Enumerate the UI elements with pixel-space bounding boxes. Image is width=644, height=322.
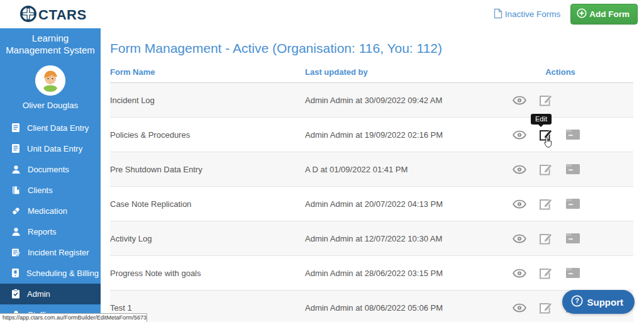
actions-cell <box>513 265 633 280</box>
edit-icon[interactable] <box>538 265 553 280</box>
table-row: Activity LogAdmin Admin at 12/07/2022 10… <box>110 221 633 256</box>
sidebar-item-medication[interactable]: Medication <box>0 201 101 221</box>
edit-icon[interactable] <box>538 127 553 142</box>
table-row: Test 1Admin Admin at 08/06/2022 05:06 PM <box>110 291 633 322</box>
archive-icon[interactable] <box>565 164 580 175</box>
actions-cell <box>513 196 633 211</box>
edit-icon[interactable] <box>538 231 553 246</box>
col-form-name: Form Name <box>110 67 305 77</box>
plus-circle-icon <box>577 8 587 20</box>
sidebar-item-documents[interactable]: Documents <box>0 159 101 180</box>
sidebar-item-admin[interactable]: Admin <box>0 284 101 304</box>
inactive-forms-label: Inactive Forms <box>505 9 561 19</box>
tablet-icon <box>11 268 19 278</box>
archive-icon[interactable] <box>565 129 580 140</box>
table-body: Incident LogAdmin Admin at 30/09/2022 09… <box>110 83 633 322</box>
avatar[interactable] <box>35 65 65 96</box>
sidebar-item-reports[interactable]: Reports <box>0 221 101 242</box>
sidebar-item-clients[interactable]: Clients <box>0 180 101 201</box>
actions-cell: Edit <box>513 127 633 142</box>
sidebar-title: Learning Management System <box>0 28 101 60</box>
table-header: Form Name Last updated by Actions <box>110 67 633 83</box>
sidebar-item-label: Unit Data Entry <box>27 144 82 153</box>
support-label: Support <box>587 297 624 308</box>
archive-icon[interactable] <box>565 267 580 279</box>
sidebar-item-label: Client Data Entry <box>27 123 89 133</box>
document-lines-icon <box>11 123 20 133</box>
table-row: Progress Note with goalsAdmin Admin at 2… <box>110 256 633 291</box>
page-icon <box>494 8 502 21</box>
sidebar-item-label: Medication <box>28 206 67 216</box>
sidebar-item-label: Scheduling & Billing <box>26 269 99 278</box>
last-updated-cell: Admin Admin at 20/07/2022 04:13 PM <box>305 199 513 209</box>
table-row: Case Note ReplicationAdmin Admin at 20/0… <box>110 187 633 221</box>
table-row: Incident LogAdmin Admin at 30/09/2022 09… <box>110 83 633 118</box>
sidebar-item-label: Reports <box>28 227 57 236</box>
form-name-cell: Policies & Procedures <box>110 130 305 140</box>
sidebar-item-unit-data-entry[interactable]: Unit Data Entry <box>0 138 101 159</box>
svg-text:?: ? <box>575 297 579 304</box>
edit-icon[interactable] <box>538 162 553 177</box>
form-name-cell: Activity Log <box>110 234 305 243</box>
sidebar: Learning Management System Oliver Dougla… <box>0 28 101 322</box>
status-bar-url: https://app.ctars.com.au/FormBuilder/Edi… <box>0 313 147 322</box>
form-name-cell: Pre Shutdown Data Entry <box>110 165 305 174</box>
page-title: Form Management - Active (Organisation: … <box>101 28 644 56</box>
edit-icon[interactable] <box>538 92 553 108</box>
book-icon <box>11 186 21 195</box>
document-lines-icon <box>11 143 20 153</box>
last-updated-cell: Admin Admin at 28/06/2022 03:15 PM <box>305 269 513 278</box>
user-name: Oliver Douglas <box>0 101 101 110</box>
view-eye-icon[interactable] <box>513 96 526 105</box>
view-eye-icon[interactable] <box>513 303 526 313</box>
sidebar-item-label: Incident Register <box>28 248 89 257</box>
question-circle-icon: ? <box>571 295 583 309</box>
view-eye-icon[interactable] <box>513 199 526 209</box>
col-last-updated: Last updated by <box>305 67 513 77</box>
actions-cell <box>513 92 633 108</box>
form-name-cell: Case Note Replication <box>110 199 305 209</box>
sidebar-item-scheduling-billing[interactable]: Scheduling & Billing <box>0 263 101 284</box>
edit-icon[interactable] <box>538 196 553 211</box>
col-actions: Actions <box>513 67 633 77</box>
actions-cell <box>513 231 633 246</box>
add-form-button[interactable]: Add Form <box>570 4 638 25</box>
inactive-forms-button[interactable]: Inactive Forms <box>494 8 561 21</box>
add-form-label: Add Form <box>589 9 630 19</box>
form-name-cell: Test 1 <box>110 303 305 313</box>
view-eye-icon[interactable] <box>513 234 526 243</box>
sidebar-item-label: Admin <box>27 289 50 299</box>
main-content: Form Management - Active (Organisation: … <box>101 28 644 322</box>
last-updated-cell: Admin Admin at 19/09/2022 02:16 PM <box>305 130 513 140</box>
ctars-logo-icon <box>20 6 36 25</box>
archive-icon[interactable] <box>565 198 580 209</box>
logo-text: CTARS <box>38 7 87 23</box>
person-icon <box>11 227 21 236</box>
edit-icon[interactable] <box>538 300 553 315</box>
edit-tooltip: Edit <box>531 114 552 125</box>
form-name-cell: Progress Note with goals <box>110 269 305 278</box>
ctars-logo: CTARS <box>20 6 87 25</box>
table-row: Policies & ProceduresAdmin Admin at 19/0… <box>110 118 633 152</box>
form-name-cell: Incident Log <box>110 96 305 105</box>
person-icon <box>11 165 21 174</box>
view-eye-icon[interactable] <box>513 165 526 174</box>
pill-icon <box>11 206 21 216</box>
last-updated-cell: Admin Admin at 30/09/2022 09:42 AM <box>305 96 513 105</box>
clipboard-check-icon <box>11 289 20 299</box>
view-eye-icon[interactable] <box>513 269 526 278</box>
document-edit-icon <box>11 248 21 257</box>
sidebar-item-label: Clients <box>28 186 53 195</box>
view-eye-icon[interactable] <box>513 130 526 140</box>
sidebar-item-client-data-entry[interactable]: Client Data Entry <box>0 118 101 138</box>
last-updated-cell: Admin Admin at 12/07/2022 10:30 AM <box>305 234 513 243</box>
forms-table: Form Name Last updated by Actions Incide… <box>110 67 633 322</box>
support-button[interactable]: ? Support <box>562 290 635 314</box>
last-updated-cell: A D at 01/09/2022 01:41 PM <box>305 165 513 174</box>
actions-cell <box>513 162 633 177</box>
sidebar-item-incident-register[interactable]: Incident Register <box>0 242 101 263</box>
last-updated-cell: Admin Admin at 08/06/2022 05:06 PM <box>305 303 513 313</box>
top-bar: CTARS Inactive Forms Add Form <box>0 0 644 28</box>
table-row: Pre Shutdown Data EntryA D at 01/09/2022… <box>110 152 633 187</box>
archive-icon[interactable] <box>565 233 580 244</box>
